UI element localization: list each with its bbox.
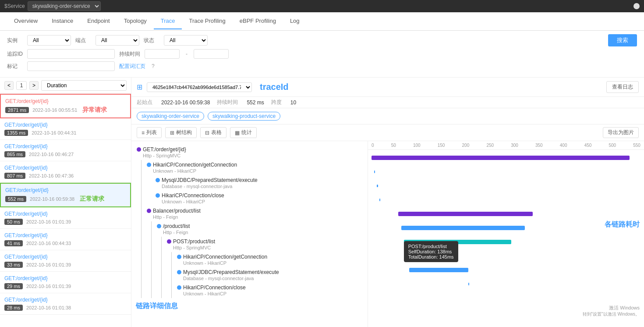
tab-overview[interactable]: Overview [7,13,45,29]
tab-ebpf-profiling[interactable]: eBPF Profiling [233,13,283,29]
sort-select[interactable]: Duration [41,80,127,91]
trace-list: GET:/order/get/{id} 2871 ms 2022-10-16 0… [0,94,131,327]
right-panel-header: ⊞ 4625e1847cb44762ab996de6d1585ad7.74.16… [131,78,644,97]
config-link[interactable]: 配置词汇页 [119,63,145,70]
instance-select[interactable]: All [27,35,71,46]
service-tag-order[interactable]: skywalking-order-service [137,112,204,121]
trace-time: 2022-10-16 01:01:39 [26,219,71,224]
window-control-icon [633,3,640,9]
span-dot [147,209,151,213]
trace-duration: 28 ms [4,305,23,311]
trace-url: GET:/order/get/{id} [4,143,127,149]
trace-meta: 865 ms 2022-10-16 00:46:27 [4,151,127,157]
scale-0: 0 [372,143,374,148]
trace-time: 2022-10-16 00:46:27 [29,152,74,157]
trace-url: GET:/order/get/{id} [4,165,127,171]
span-info: HikariCP/Connection/close Unknown - Hika… [162,192,362,204]
trace-item[interactable]: GET:/order/get/{id} 29 ms 2022-10-16 01:… [0,272,131,293]
span-dot [156,178,160,182]
scale-300: 300 [511,143,518,148]
scale-400: 400 [560,143,567,148]
tooltip-self-duration: SelfDuration: 138ms [408,249,454,254]
gantt-row[interactable]: POST:/product/list SelfDuration: 138ms T… [372,236,640,248]
trace-meta: 552 ms 2022-10-16 00:59:38 正常请求 [5,195,126,203]
view-table-button[interactable]: ⊟ 表格 [200,127,226,138]
gantt-annotation: 各链路耗时 [605,220,640,228]
gantt-bar [398,212,533,216]
start-label: 起始点 [137,99,152,106]
tab-trace-profiling[interactable]: Trace Profiling [182,13,232,29]
gantt-row [372,194,640,206]
tab-endpoint[interactable]: Endpoint [80,13,117,29]
right-panel: ⊞ 4625e1847cb44762ab996de6d1585ad7.74.16… [131,78,644,327]
duration-max-input[interactable] [194,49,229,59]
trace-body: GET:/order/get/{id} Http - SpringMVC Hik… [131,141,644,327]
trace-item[interactable]: GET:/order/get/{id} 2871 ms 2022-10-16 0… [0,94,131,118]
service-label: $Service [4,3,25,9]
tooltip-total-duration: TotalDuration: 145ms [408,254,454,259]
tab-instance[interactable]: Instance [45,13,80,29]
view-list-button[interactable]: ≡ 列表 [137,127,162,138]
gantt-bar [409,268,468,272]
status-select[interactable]: All [164,35,208,46]
trace-item[interactable]: GET:/order/get/{id} 1355 ms 2022-10-16 0… [0,118,131,140]
tab-log[interactable]: Log [283,13,307,29]
trace-meta: 28 ms 2022-10-16 01:01:38 [4,305,127,311]
stats-icon: ▦ [235,130,240,136]
page-prev-button[interactable]: < [4,81,14,90]
duration-dash: - [184,51,189,57]
view-stats-button[interactable]: ▦ 统计 [230,127,257,138]
gantt-row [372,166,640,178]
export-button[interactable]: 导出为图片 [603,127,639,138]
trace-url: GET:/order/get/{id} [5,98,126,104]
trace-item[interactable]: GET:/order/get/{id} 865 ms 2022-10-16 00… [0,140,131,161]
gantt-scale: 0 50 100 150 200 250 300 350 400 450 500… [368,141,644,150]
nav-tabs: Overview Instance Endpoint Topology Trac… [0,12,644,31]
trace-item[interactable]: GET:/order/get/{id} 552 ms 2022-10-16 00… [0,183,131,207]
page-next-button[interactable]: > [29,81,39,90]
endpoint-select[interactable]: All [96,35,139,46]
span-sub: Unknown - HikariCP [162,199,362,204]
service-tag-product[interactable]: skywalking-product-service [208,112,280,121]
tab-topology[interactable]: Topology [117,13,154,29]
service-select[interactable]: skywalking-order-service [28,1,101,11]
span-row: HikariCP/Connection/getConnection Unknow… [172,252,368,267]
trace-item[interactable]: GET:/order/get/{id} 50 ms 2022-10-16 01:… [0,207,131,229]
trace-detail-annotation: 链路详细信息 [136,302,178,309]
trace-meta: 1355 ms 2022-10-16 00:44:31 [4,130,127,136]
span-info: HikariCP/Connection/getConnection Unknow… [183,254,362,266]
search-button[interactable]: 搜索 [608,34,637,46]
tag-input[interactable] [27,61,115,71]
instance-label: 实例 [7,37,23,44]
trace-duration: 807 ms [4,173,25,179]
scale-250: 250 [486,143,494,148]
span-info: /product/list Http - Feign [163,223,362,235]
traceid-title: traceId [260,82,289,92]
span-info: Mysql/JDBC/PreparedStatement/execute Dat… [183,269,362,281]
trace-item[interactable]: GET:/order/get/{id} 28 ms 2022-10-16 01:… [0,293,131,315]
trace-id-select[interactable]: 4625e1847cb44762ab996de6d1585ad7.74.1665… [147,82,252,92]
span-sub: Http - Feign [163,230,362,235]
trace-item[interactable]: GET:/order/get/{id} 41 ms 2022-10-16 00:… [0,229,131,250]
trace-item[interactable]: GET:/order/get/{id} 33 ms 2022-10-16 01:… [0,250,131,272]
tab-trace[interactable]: Trace [154,13,182,29]
trace-duration: 2871 ms [5,107,29,113]
gantt-rows: POST:/product/list SelfDuration: 138ms T… [368,150,644,294]
span-dot [157,224,161,228]
duration-min-input[interactable] [145,49,180,59]
span-name: /product/list [163,223,362,229]
trace-item[interactable]: GET:/order/get/{id} 807 ms 2022-10-16 00… [0,161,131,183]
trace-duration: 552 ms [5,196,26,202]
gantt-panel: 0 50 100 150 200 250 300 350 400 450 500… [368,141,644,327]
traceid-icon: ⊞ [137,83,142,91]
trace-meta: 2871 ms 2022-10-16 00:55:51 异常请求 [5,106,126,114]
trace-url: GET:/order/get/{id} [4,211,127,217]
span-dot [147,163,151,167]
stats-label: 统计 [241,129,252,136]
log-button[interactable]: 查看日志 [606,81,639,93]
span-sub: Unknown - HikariCP [183,260,362,266]
windows-activation: 激活 Windows 转到"设置"以激活 Windows。 [583,305,640,317]
traceid-input[interactable] [27,49,115,59]
span-dot [177,285,181,290]
view-tree-button[interactable]: ⊞ 树结构 [165,127,197,138]
